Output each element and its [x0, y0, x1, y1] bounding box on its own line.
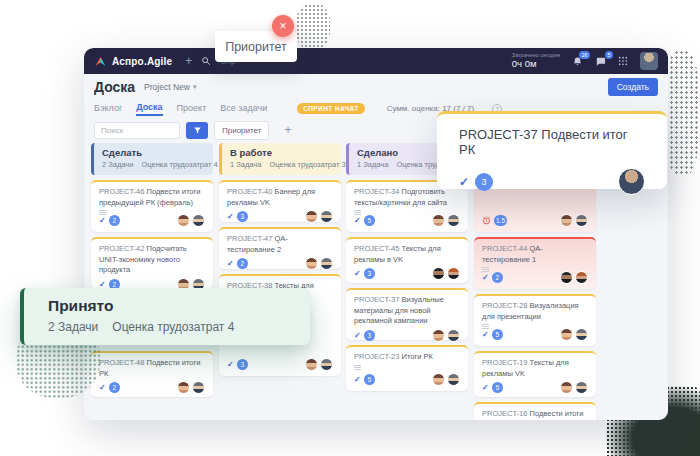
description-icon [482, 324, 489, 325]
avatar [575, 328, 588, 341]
check-icon: ✓ [99, 216, 106, 225]
avatar [560, 214, 573, 227]
messages-badge: 5 [605, 51, 613, 60]
check-icon: ✓ [227, 212, 234, 221]
task-card[interactable]: PROJECT-16 Подвести итоги РК [474, 402, 596, 420]
page-title: Доска [94, 79, 135, 95]
avatar [618, 168, 645, 195]
task-id: PROJECT-47 [227, 234, 272, 243]
task-id: PROJECT-44 [482, 244, 527, 253]
accepted-count: 2 Задачи [48, 320, 98, 334]
task-id: PROJECT-48 [99, 358, 144, 367]
estimate-badge: 2 [492, 272, 503, 283]
chat-icon[interactable]: 5 [595, 56, 606, 67]
column-estimate: Оценка трудозатрат 4 [141, 160, 217, 169]
alarm-clock-icon [482, 216, 491, 225]
description-icon [482, 267, 489, 268]
column-title: В работе [230, 147, 333, 158]
task-card[interactable]: PROJECT-44 QA-тестирование 1 ✓2 [474, 237, 596, 289]
task-card[interactable]: PROJECT-40 Баннер для рекламы VK ✓3 [219, 180, 341, 222]
avatar [305, 210, 318, 223]
column-estimate: Оценка трудозатрат 3 [269, 160, 345, 169]
page: Аспро.Agile + Спр Затрачено сегодня 0ч 0… [0, 0, 700, 456]
app-logo: Аспро.Agile [94, 55, 172, 68]
avatar [447, 267, 460, 280]
accepted-estimate: Оценка трудозатрат 4 [112, 320, 234, 334]
task-id: PROJECT-42 [99, 244, 144, 253]
avatar [432, 214, 445, 227]
task-card[interactable]: PROJECT-37 Визуальные материалы для ново… [346, 288, 468, 340]
column-todo: Сделать 2 ЗадачиОценка трудозатрат 4 PRO… [91, 143, 213, 397]
popup-task-title: PROJECT-37 Подвести итог РК [459, 127, 645, 157]
avatar [192, 214, 205, 227]
accepted-title: Принято [48, 297, 310, 315]
search-input[interactable] [94, 122, 180, 139]
column-count: 2 Задачи [102, 160, 133, 169]
add-icon[interactable]: + [185, 55, 192, 67]
user-avatar[interactable] [640, 52, 658, 70]
check-icon: ✓ [354, 216, 361, 225]
task-id: PROJECT-40 [227, 187, 272, 196]
tab-all-tasks[interactable]: Все задачи [220, 103, 267, 115]
estimate-badge: 3 [364, 330, 375, 341]
task-card[interactable]: PROJECT-19 Тексты для рекламы VK ✓5 [474, 351, 596, 397]
estimate-badge: 2 [109, 382, 120, 393]
column-count: 1 Задача [357, 160, 388, 169]
time-tracker: Затрачено сегодня 0ч 0м [512, 52, 560, 69]
task-card[interactable]: PROJECT-28 Визуализация для презентации … [474, 294, 596, 346]
task-id: PROJECT-45 [354, 244, 399, 253]
task-id: PROJECT-46 [99, 187, 144, 196]
filter-button[interactable] [186, 122, 208, 139]
time-badge: 1.5 [494, 215, 507, 226]
apps-grid-icon[interactable] [618, 56, 628, 66]
avatar [432, 329, 445, 342]
close-icon[interactable]: × [272, 15, 294, 37]
avatar [575, 381, 588, 394]
avatar [432, 373, 445, 386]
tab-board[interactable]: Доска [136, 102, 162, 116]
description-icon [354, 210, 361, 211]
texture-blob [296, 4, 330, 50]
task-id: PROJECT-19 [482, 358, 527, 367]
estimate-badge: 3 [237, 211, 248, 222]
project-selector[interactable]: Project New ▾ [144, 82, 196, 92]
avatar [560, 381, 573, 394]
task-card[interactable]: PROJECT-47 QA-тестирование 2 ✓2 [219, 227, 341, 269]
avatar [560, 271, 573, 284]
task-card[interactable]: PROJECT-42 Подсчитать UNIT-экономику нов… [91, 237, 213, 289]
tab-project[interactable]: Проект [177, 103, 207, 115]
task-card[interactable]: PROJECT-45 Тексты для рекламы в VK ✓3 [346, 237, 468, 283]
popup-estimate-badge: 3 [475, 173, 493, 191]
accepted-column-overlay: Принято 2 Задачи Оценка трудозатрат 4 [20, 288, 310, 345]
tab-backlog[interactable]: Бэклог [94, 103, 122, 115]
check-icon: ✓ [99, 383, 106, 392]
notifications-badge: 26 [579, 51, 590, 60]
task-id: PROJECT-37 [354, 295, 399, 304]
avatar [305, 257, 318, 270]
task-card[interactable]: PROJECT-48 Подвести итоги РК ✓2 [91, 351, 213, 397]
search-icon[interactable] [201, 56, 211, 66]
column-title: Сделать [102, 147, 205, 158]
description-icon [354, 365, 361, 366]
task-title: Итоги РК [402, 352, 433, 361]
check-icon: ✓ [482, 330, 489, 339]
estimate-badge: 5 [364, 215, 375, 226]
priority-filter-chip[interactable]: Приоритет [214, 121, 269, 140]
add-filter-button[interactable]: + [278, 123, 297, 137]
texture-blob [664, 50, 700, 176]
estimate-badge: 5 [492, 329, 503, 340]
task-id: PROJECT-16 [482, 409, 527, 418]
avatar [447, 329, 460, 342]
task-card-popup[interactable]: PROJECT-37 Подвести итог РК ✓ 3 [437, 111, 667, 189]
bell-icon[interactable]: 26 [572, 56, 583, 67]
description-icon [99, 210, 106, 211]
check-icon: ✓ [482, 273, 489, 282]
task-card[interactable]: PROJECT-46 Подвести итоги предыдущей РК … [91, 180, 213, 232]
task-card[interactable]: PROJECT-23 Итоги РК ✓5 [346, 345, 468, 391]
avatar [320, 257, 333, 270]
avatar [575, 214, 588, 227]
check-icon: ✓ [459, 175, 469, 189]
avatar [447, 214, 460, 227]
avatar [560, 328, 573, 341]
create-button[interactable]: Создать [608, 78, 658, 96]
